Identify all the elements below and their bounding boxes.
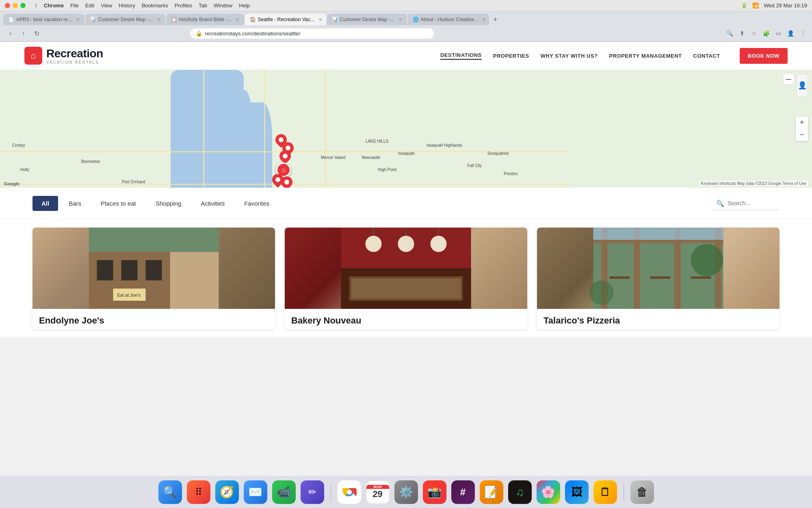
menu-view[interactable]: View (101, 2, 112, 9)
menu-profiles[interactable]: Profiles (175, 2, 192, 9)
book-now-button[interactable]: BOOK NOW (740, 48, 788, 64)
apple-menu[interactable]:  (35, 2, 37, 9)
new-tab-button[interactable]: + (490, 14, 501, 25)
card-title-talarico: Talarico's Pizzeria (537, 309, 780, 329)
menu-icon[interactable]: ⋮ (799, 29, 807, 37)
dock-preview[interactable]: 🖼 (565, 480, 589, 504)
filter-places-to-eat[interactable]: Places to eat (92, 196, 145, 211)
dock-mail[interactable]: ✉️ (244, 480, 267, 504)
dock-chrome[interactable] (338, 480, 361, 504)
close-button[interactable] (5, 3, 10, 8)
svg-point-27 (691, 244, 723, 276)
dock-freeform[interactable]: ✏ (301, 480, 324, 504)
tab-hudson[interactable]: 🌐 About - Hudson Creative... ✕ (408, 14, 489, 25)
url-bar[interactable]: 🔒 recreationstays.com/destinations/seatt… (190, 28, 434, 39)
menu-file[interactable]: File (70, 2, 79, 9)
nav-property-management[interactable]: PROPERTY MANAGEMENT (609, 53, 682, 59)
menu-history[interactable]: History (119, 2, 135, 9)
map-container[interactable]: Crosby Bremerton Holly Sunnyslope Bethel… (0, 70, 812, 188)
nav-destinations[interactable]: DESTINATIONS (440, 52, 482, 60)
fullscreen-button[interactable] (20, 3, 26, 8)
menu-tab[interactable]: Tab (199, 2, 207, 9)
tab-desire-map-1[interactable]: 📊 Customer Desire Map -... ✕ (85, 14, 165, 25)
dock-facetime[interactable]: 📹 (272, 480, 296, 504)
tab-favicon-apr3: 📄 (8, 17, 14, 22)
profile-icon[interactable]: 👤 (787, 29, 795, 37)
dock: 🔍 ⠿ 🧭 ✉️ 📹 ✏ MAR 29 ⚙️ 📸 # (0, 475, 812, 508)
card-title-bakery: Bakery Nouveau (285, 309, 527, 329)
dock-launchpad[interactable]: ⠿ (187, 480, 210, 504)
filter-all[interactable]: All (32, 196, 58, 211)
dock-pages[interactable]: 📝 (480, 480, 503, 504)
tab-favicon-desire1: 📊 (90, 17, 96, 22)
dock-photo-booth[interactable]: 📸 (423, 480, 446, 504)
tab-close-apr3[interactable]: ✕ (76, 17, 80, 22)
menu-edit[interactable]: Edit (85, 2, 94, 9)
card-bakery[interactable]: Bakery Nouveau (285, 228, 527, 329)
tab-label-desire1: Customer Desire Map -... (98, 17, 153, 22)
place-image-bakery (285, 228, 527, 309)
filter-activities[interactable]: Activities (192, 196, 234, 211)
card-endolyne[interactable]: Eat at Joe's Endolyne Joe's (32, 228, 275, 329)
tab-desire-map-2[interactable]: 📊 Customer Desire Map -... ✕ (327, 14, 407, 25)
share-icon[interactable]: ⬆ (738, 29, 746, 37)
cards-grid: Eat at Joe's Endolyne Joe's (32, 228, 780, 329)
nav-why-stay[interactable]: WHY STAY WITH US? (541, 53, 598, 59)
map-zoom-controls[interactable]: + − (796, 117, 808, 141)
minimize-button[interactable] (13, 3, 18, 8)
tab-close-desire2[interactable]: ✕ (398, 17, 402, 22)
back-button[interactable]: ‹ (5, 28, 16, 39)
traffic-lights[interactable] (5, 3, 26, 8)
dock-slack[interactable]: # (451, 480, 475, 504)
menu-window[interactable]: Window (214, 2, 232, 9)
dock-photos[interactable]: 🌸 (537, 480, 560, 504)
map-minimize-button[interactable]: — (783, 73, 794, 85)
filter-shopping[interactable]: Shopping (147, 196, 190, 211)
bookmark-icon[interactable]: ☆ (750, 29, 758, 37)
card-title-endolyne: Endolyne Joe's (32, 309, 275, 329)
tab-hostfully[interactable]: 📋 Hostfully Brand Bible -... ✕ (166, 14, 244, 25)
map-streetview-button[interactable]: 👤 (797, 74, 808, 97)
svg-rect-24 (610, 276, 630, 279)
sidebar-icon[interactable]: ▭ (775, 29, 783, 37)
tab-close-hudson[interactable]: ✕ (482, 17, 486, 22)
dock-calendar[interactable]: MAR 29 (366, 480, 390, 504)
dock-system-settings[interactable]: ⚙️ (394, 480, 418, 504)
card-talarico[interactable]: Talarico's Pizzeria (537, 228, 780, 329)
nav-contact[interactable]: CONTACT (693, 53, 720, 59)
filter-favorites[interactable]: Favorites (235, 196, 278, 211)
dock-trash[interactable]: 🗑 (630, 480, 654, 504)
dock-notes[interactable]: 🗒 (593, 480, 617, 504)
tab-seattle[interactable]: 🏠 Seattle - Recreation Vac... ✕ (245, 14, 326, 25)
menu-help[interactable]: Help (239, 2, 250, 9)
tab-apr3[interactable]: 📄 APR3 - best vacation re... ✕ (3, 14, 84, 25)
search-icon[interactable]: 🔍 (726, 29, 734, 37)
menu-bookmarks[interactable]: Bookmarks (142, 2, 168, 9)
photos-icon: 🌸 (541, 485, 555, 499)
nav-properties[interactable]: PROPERTIES (493, 53, 529, 59)
dock-finder[interactable]: 🔍 (158, 480, 182, 504)
map-label-holly: Holly (20, 167, 29, 172)
notes-icon: 🗒 (600, 485, 611, 499)
tab-close-hostfully[interactable]: ✕ (236, 17, 239, 22)
map-label-issaquah-highlands: Issaquah Highlands (427, 143, 462, 148)
map-road-v1 (203, 70, 204, 188)
menu-chrome[interactable]: Chrome (44, 2, 64, 9)
logo[interactable]: ⌂ Recreation VACATION RENTALS (24, 47, 103, 65)
trash-icon: 🗑 (637, 485, 648, 499)
map-label-mercer-island: Mercer Island (321, 155, 346, 160)
reload-button[interactable]: ↻ (31, 28, 42, 39)
search-box[interactable]: 🔍 (713, 197, 780, 210)
forward-button[interactable]: › (18, 28, 29, 39)
dock-safari[interactable]: 🧭 (215, 480, 239, 504)
tab-close-seattle[interactable]: ✕ (318, 17, 322, 22)
search-input[interactable] (728, 200, 776, 206)
browser-toolbar-right: 🔍 ⬆ ☆ 🧩 ▭ 👤 ⋮ (726, 29, 807, 37)
preview-icon: 🖼 (571, 485, 582, 499)
map-zoom-out[interactable]: − (796, 129, 808, 141)
dock-spotify[interactable]: ♫ (508, 480, 532, 504)
extensions-icon[interactable]: 🧩 (762, 29, 771, 37)
map-zoom-in[interactable]: + (796, 117, 808, 129)
tab-close-desire1[interactable]: ✕ (157, 17, 160, 22)
filter-bars[interactable]: Bars (60, 196, 90, 211)
